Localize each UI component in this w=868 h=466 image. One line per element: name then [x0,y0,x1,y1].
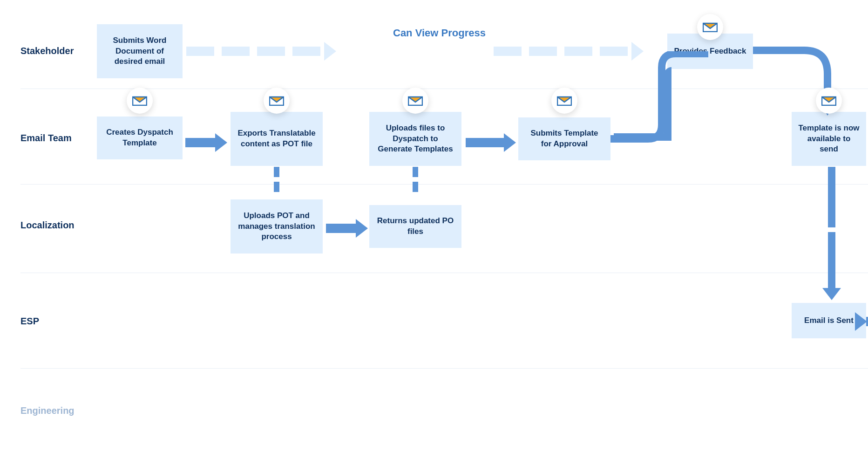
vertical-connector [413,182,418,192]
email-icon [127,88,153,114]
box-loc-returns: Returns updated PO files [369,205,461,248]
dashed-arrow-segment [257,47,285,56]
box-email-creates: Creates Dyspatch Template [97,116,183,159]
email-icon [264,88,290,114]
lane-divider [20,184,868,185]
lane-label-stakeholder: Stakeholder [20,46,74,56]
arrow-right [326,219,368,238]
arrow-right [466,133,517,152]
lane-divider [20,273,868,273]
dashed-arrow-segment [494,47,522,56]
progress-label: Can View Progress [393,27,486,39]
arrow-right [185,133,227,152]
arrow-right [866,317,868,326]
vertical-connector [274,167,279,177]
dashed-arrow-segment [564,47,592,56]
email-icon [551,88,577,114]
box-text: Returns updated PO files [376,216,455,237]
arrow-down [822,167,841,302]
box-text: Exports Translatable content as POT file [237,128,316,150]
lane-label-localization: Localization [20,220,75,231]
box-email-uploads: Uploads files to Dyspatch to Generate Te… [369,112,461,166]
dashed-arrow-segment [292,47,320,56]
dashed-arrow-head [324,42,336,61]
lane-divider [20,368,868,369]
lane-divider [20,89,868,89]
box-stakeholder-submit: Submits Word Document of desired email [97,24,183,78]
email-icon [402,88,428,114]
vertical-connector [274,182,279,192]
box-text: Email is Sent [804,315,854,326]
box-text: Uploads POT and manages translation proc… [237,211,316,243]
dashed-arrow-segment [186,47,214,56]
box-email-submits-approval: Submits Template for Approval [518,117,610,160]
dashed-arrow-segment [222,47,250,56]
dashed-arrow-segment [529,47,557,56]
arrow-elbow-svg [610,51,713,144]
box-text: Submits Word Document of desired email [103,35,176,68]
box-email-exports: Exports Translatable content as POT file [231,112,323,166]
box-text: Creates Dyspatch Template [103,127,176,149]
box-text: Submits Template for Approval [525,128,604,150]
lane-label-esp: ESP [20,316,39,327]
email-icon [697,14,723,40]
box-loc-uploads: Uploads POT and manages translation proc… [231,199,323,254]
box-text: Uploads files to Dyspatch to Generate Te… [376,123,455,155]
email-icon [816,88,842,114]
lane-label-email-team: Email Team [20,133,72,144]
vertical-connector [413,167,418,177]
lane-label-engineering: Engineering [20,405,75,416]
